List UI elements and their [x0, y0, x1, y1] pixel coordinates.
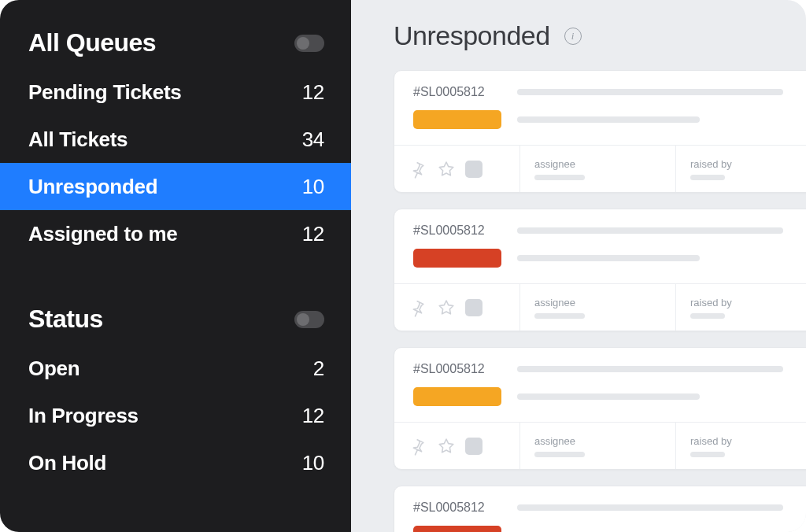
ticket-list: #SL0005812 — [394, 70, 806, 532]
priority-badge — [413, 110, 501, 129]
ticket-card[interactable]: #SL0005812 — [394, 70, 806, 193]
assignee-value-placeholder — [534, 175, 585, 180]
ticket-card-body: #SL0005812 — [394, 486, 806, 532]
queue-item-all[interactable]: All Tickets 34 — [0, 116, 351, 163]
status-item-open[interactable]: Open 2 — [0, 345, 351, 392]
ticket-actions — [394, 146, 520, 192]
ticket-id: #SL0005812 — [413, 501, 501, 515]
priority-badge — [413, 387, 501, 406]
queue-item-count: 10 — [302, 175, 324, 199]
info-icon[interactable]: i — [564, 28, 582, 45]
queue-item-pending[interactable]: Pending Tickets 12 — [0, 68, 351, 116]
assignee-label: assignee — [534, 435, 575, 447]
status-item-label: On Hold — [28, 451, 106, 475]
ticket-card[interactable]: #SL0005812 — [394, 486, 806, 532]
ticket-card-body: #SL0005812 — [394, 71, 806, 145]
ticket-subtitle-placeholder — [517, 393, 700, 400]
queue-item-label: All Tickets — [28, 127, 128, 152]
status-title: Status — [28, 305, 103, 334]
assignee-value-placeholder — [534, 452, 585, 457]
app-root: All Queues Pending Tickets 12 All Ticket… — [0, 0, 806, 532]
raised-by-label: raised by — [690, 158, 732, 170]
pin-icon[interactable] — [409, 160, 427, 179]
queue-item-label: Pending Tickets — [28, 80, 181, 105]
ticket-title-placeholder — [517, 366, 783, 372]
queue-item-label: Assigned to me — [28, 222, 177, 246]
ticket-meta-row: assignee raised by — [394, 422, 806, 469]
assignee-value-placeholder — [534, 313, 585, 319]
ticket-assignee-cell: assignee — [520, 284, 676, 331]
ticket-raised-cell: raised by — [676, 423, 806, 469]
ticket-subtitle-placeholder — [517, 116, 700, 123]
assignee-label: assignee — [534, 297, 575, 308]
page-title: Unresponded — [394, 20, 550, 51]
star-icon[interactable] — [437, 298, 456, 317]
sidebar-section-queues: All Queues Pending Tickets 12 All Ticket… — [0, 28, 351, 257]
ticket-raised-cell: raised by — [676, 284, 806, 331]
status-item-count: 12 — [302, 404, 324, 428]
ticket-card[interactable]: #SL0005812 — [394, 347, 806, 470]
raised-by-value-placeholder — [690, 452, 725, 457]
raised-by-value-placeholder — [690, 175, 725, 180]
status-item-count: 10 — [302, 451, 324, 475]
main-title-row: Unresponded i — [394, 20, 806, 51]
status-item-label: Open — [28, 357, 79, 381]
queue-item-unresponded[interactable]: Unresponded 10 — [0, 163, 351, 210]
status-item-count: 2 — [313, 357, 324, 381]
checkbox-icon[interactable] — [465, 438, 482, 455]
ticket-title-placeholder — [517, 89, 783, 95]
ticket-card-body: #SL0005812 — [394, 209, 806, 283]
status-toggle[interactable] — [294, 311, 324, 328]
ticket-id: #SL0005812 — [413, 224, 501, 238]
assignee-label: assignee — [534, 158, 575, 170]
ticket-meta-row: assignee raised by — [394, 145, 806, 192]
raised-by-label: raised by — [690, 297, 732, 308]
queue-item-assigned[interactable]: Assigned to me 12 — [0, 210, 351, 257]
star-icon[interactable] — [437, 160, 456, 179]
priority-badge — [413, 526, 501, 532]
raised-by-label: raised by — [690, 435, 732, 447]
status-item-hold[interactable]: On Hold 10 — [0, 439, 351, 486]
ticket-actions — [394, 284, 520, 331]
raised-by-value-placeholder — [690, 313, 725, 319]
sidebar: All Queues Pending Tickets 12 All Ticket… — [0, 0, 351, 532]
ticket-assignee-cell: assignee — [520, 423, 676, 469]
ticket-actions — [394, 423, 520, 469]
ticket-subtitle-placeholder — [517, 255, 700, 261]
sidebar-header-status: Status — [0, 305, 351, 345]
sidebar-section-status: Status Open 2 In Progress 12 On Hold 10 — [0, 305, 351, 486]
queues-toggle[interactable] — [294, 35, 324, 52]
sidebar-header-queues: All Queues — [0, 28, 351, 68]
star-icon[interactable] — [437, 437, 456, 456]
queue-item-count: 12 — [302, 80, 324, 105]
ticket-raised-cell: raised by — [676, 146, 806, 192]
pin-icon[interactable] — [409, 437, 427, 456]
checkbox-icon[interactable] — [465, 161, 482, 178]
queues-title: All Queues — [28, 28, 156, 57]
ticket-title-placeholder — [517, 227, 783, 234]
main-content: Unresponded i #SL0005812 — [351, 0, 806, 532]
pin-icon[interactable] — [409, 298, 427, 317]
ticket-assignee-cell: assignee — [520, 146, 676, 192]
ticket-card-body: #SL0005812 — [394, 348, 806, 422]
queue-item-count: 34 — [302, 127, 324, 152]
ticket-card[interactable]: #SL0005812 — [394, 209, 806, 331]
priority-badge — [413, 249, 501, 268]
ticket-meta-row: assignee raised by — [394, 283, 806, 331]
queue-item-count: 12 — [302, 222, 324, 246]
status-item-label: In Progress — [28, 404, 139, 428]
ticket-title-placeholder — [517, 504, 783, 511]
checkbox-icon[interactable] — [465, 299, 482, 316]
queue-item-label: Unresponded — [28, 175, 157, 199]
status-item-progress[interactable]: In Progress 12 — [0, 392, 351, 439]
ticket-id: #SL0005812 — [413, 362, 501, 376]
ticket-id: #SL0005812 — [413, 85, 501, 99]
